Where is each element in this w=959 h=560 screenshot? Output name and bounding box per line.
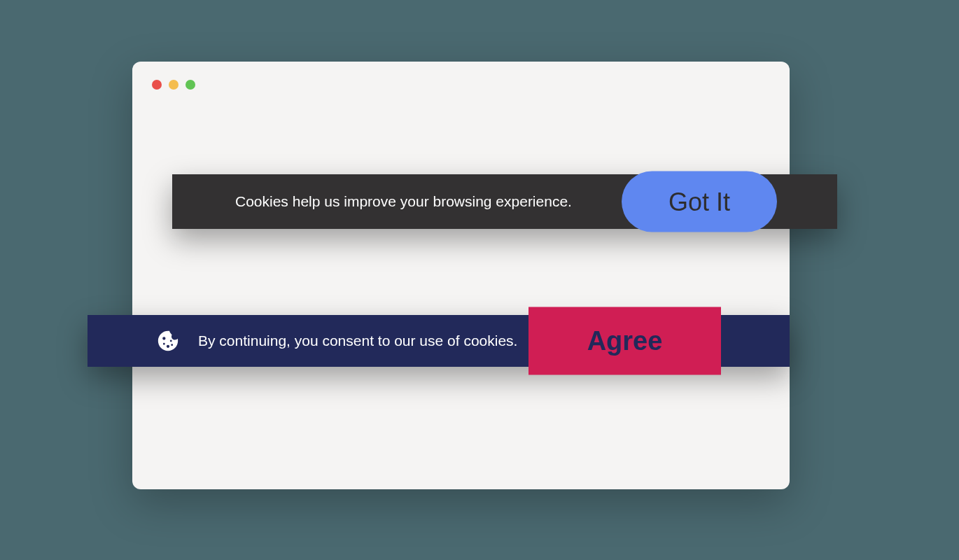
cookie-banner-text: Cookies help us improve your browsing ex…: [235, 193, 572, 210]
cookie-icon: [156, 329, 180, 353]
cookie-banner-navy: By continuing, you consent to our use of…: [88, 315, 790, 367]
got-it-button-label: Got It: [668, 187, 730, 216]
browser-window: [132, 62, 790, 489]
agree-button[interactable]: Agree: [528, 307, 721, 375]
cookie-banner-text: By continuing, you consent to our use of…: [198, 332, 517, 349]
window-maximize-dot[interactable]: [186, 80, 195, 90]
got-it-button[interactable]: Got It: [622, 172, 777, 232]
cookie-banner-dark: Cookies help us improve your browsing ex…: [172, 174, 837, 229]
window-controls: [152, 80, 195, 90]
agree-button-label: Agree: [587, 326, 663, 356]
window-minimize-dot[interactable]: [169, 80, 178, 90]
window-close-dot[interactable]: [152, 80, 162, 90]
